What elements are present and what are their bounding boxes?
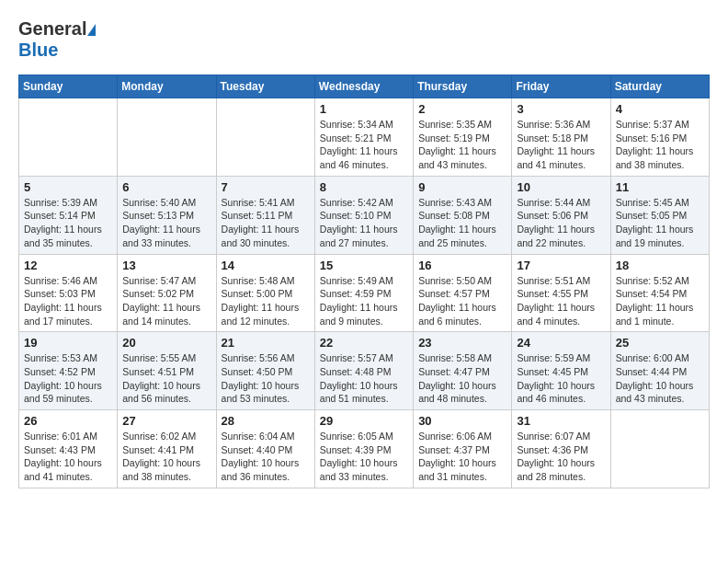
day-info: Sunrise: 5:42 AM Sunset: 5:10 PM Dayligh… xyxy=(320,196,408,250)
day-number: 13 xyxy=(122,259,210,272)
day-info: Sunrise: 5:35 AM Sunset: 5:19 PM Dayligh… xyxy=(418,118,506,172)
calendar-header-row: SundayMondayTuesdayWednesdayThursdayFrid… xyxy=(19,75,710,98)
day-number: 8 xyxy=(320,180,408,194)
day-number: 16 xyxy=(418,259,506,272)
day-info: Sunrise: 5:57 AM Sunset: 4:48 PM Dayligh… xyxy=(320,351,408,406)
day-info: Sunrise: 5:46 AM Sunset: 5:03 PM Dayligh… xyxy=(24,274,112,328)
day-number: 25 xyxy=(616,336,704,350)
day-info: Sunrise: 5:48 AM Sunset: 5:00 PM Dayligh… xyxy=(222,274,310,328)
day-info: Sunrise: 6:01 AM Sunset: 4:43 PM Dayligh… xyxy=(24,430,112,484)
day-info: Sunrise: 5:58 AM Sunset: 4:47 PM Dayligh… xyxy=(418,351,506,406)
day-number: 3 xyxy=(517,102,605,116)
calendar-cell xyxy=(610,410,709,488)
calendar-cell: 25Sunrise: 6:00 AM Sunset: 4:44 PM Dayli… xyxy=(610,332,709,410)
day-info: Sunrise: 5:47 AM Sunset: 5:02 PM Dayligh… xyxy=(122,274,210,328)
calendar-cell: 14Sunrise: 5:48 AM Sunset: 5:00 PM Dayli… xyxy=(216,254,314,332)
calendar-cell: 19Sunrise: 5:53 AM Sunset: 4:52 PM Dayli… xyxy=(19,332,118,410)
calendar-cell: 24Sunrise: 5:59 AM Sunset: 4:45 PM Dayli… xyxy=(512,332,610,410)
day-number: 4 xyxy=(616,102,704,116)
day-info: Sunrise: 5:44 AM Sunset: 5:06 PM Dayligh… xyxy=(517,196,605,250)
calendar-cell: 17Sunrise: 5:51 AM Sunset: 4:55 PM Dayli… xyxy=(512,254,610,332)
calendar-cell: 20Sunrise: 5:55 AM Sunset: 4:51 PM Dayli… xyxy=(118,332,216,410)
day-number: 17 xyxy=(517,259,605,272)
calendar-cell xyxy=(118,98,216,177)
logo-general: General xyxy=(18,18,86,40)
calendar-week-row: 1Sunrise: 5:34 AM Sunset: 5:21 PM Daylig… xyxy=(19,98,710,177)
calendar-cell: 4Sunrise: 5:37 AM Sunset: 5:16 PM Daylig… xyxy=(610,98,709,177)
day-info: Sunrise: 6:00 AM Sunset: 4:44 PM Dayligh… xyxy=(616,351,704,406)
day-number: 10 xyxy=(517,180,605,194)
day-info: Sunrise: 6:06 AM Sunset: 4:37 PM Dayligh… xyxy=(418,430,506,484)
day-number: 6 xyxy=(122,180,210,194)
day-info: Sunrise: 5:50 AM Sunset: 4:57 PM Dayligh… xyxy=(418,274,506,328)
calendar-table: SundayMondayTuesdayWednesdayThursdayFrid… xyxy=(18,75,710,488)
calendar-cell xyxy=(216,98,314,177)
day-number: 20 xyxy=(122,336,210,350)
day-number: 18 xyxy=(616,259,704,272)
day-number: 5 xyxy=(24,180,112,194)
calendar-cell: 22Sunrise: 5:57 AM Sunset: 4:48 PM Dayli… xyxy=(314,332,413,410)
day-number: 31 xyxy=(517,414,605,428)
day-header-saturday: Saturday xyxy=(610,75,709,98)
calendar-week-row: 12Sunrise: 5:46 AM Sunset: 5:03 PM Dayli… xyxy=(19,254,710,332)
calendar-cell: 29Sunrise: 6:05 AM Sunset: 4:39 PM Dayli… xyxy=(314,410,413,488)
day-info: Sunrise: 5:37 AM Sunset: 5:16 PM Dayligh… xyxy=(616,118,704,172)
day-info: Sunrise: 5:43 AM Sunset: 5:08 PM Dayligh… xyxy=(418,196,506,250)
logo: General Blue xyxy=(18,18,96,61)
day-info: Sunrise: 5:34 AM Sunset: 5:21 PM Dayligh… xyxy=(320,118,408,172)
calendar-cell: 12Sunrise: 5:46 AM Sunset: 5:03 PM Dayli… xyxy=(19,254,118,332)
day-number: 23 xyxy=(418,336,506,350)
day-header-thursday: Thursday xyxy=(414,75,512,98)
day-number: 26 xyxy=(24,414,112,428)
calendar-cell: 11Sunrise: 5:45 AM Sunset: 5:05 PM Dayli… xyxy=(610,176,709,254)
day-header-friday: Friday xyxy=(512,75,610,98)
day-number: 12 xyxy=(24,259,112,272)
calendar-cell: 1Sunrise: 5:34 AM Sunset: 5:21 PM Daylig… xyxy=(314,98,413,177)
calendar-cell: 23Sunrise: 5:58 AM Sunset: 4:47 PM Dayli… xyxy=(414,332,512,410)
calendar-cell: 6Sunrise: 5:40 AM Sunset: 5:13 PM Daylig… xyxy=(118,176,216,254)
calendar-cell: 5Sunrise: 5:39 AM Sunset: 5:14 PM Daylig… xyxy=(19,176,118,254)
calendar-cell: 15Sunrise: 5:49 AM Sunset: 4:59 PM Dayli… xyxy=(314,254,413,332)
day-info: Sunrise: 5:55 AM Sunset: 4:51 PM Dayligh… xyxy=(122,351,210,406)
day-header-monday: Monday xyxy=(118,75,216,98)
calendar-cell: 10Sunrise: 5:44 AM Sunset: 5:06 PM Dayli… xyxy=(512,176,610,254)
day-number: 19 xyxy=(24,336,112,350)
day-info: Sunrise: 6:04 AM Sunset: 4:40 PM Dayligh… xyxy=(222,430,310,484)
calendar-cell: 9Sunrise: 5:43 AM Sunset: 5:08 PM Daylig… xyxy=(414,176,512,254)
calendar-week-row: 5Sunrise: 5:39 AM Sunset: 5:14 PM Daylig… xyxy=(19,176,710,254)
day-info: Sunrise: 5:36 AM Sunset: 5:18 PM Dayligh… xyxy=(517,118,605,172)
day-info: Sunrise: 5:40 AM Sunset: 5:13 PM Dayligh… xyxy=(122,196,210,250)
day-info: Sunrise: 6:02 AM Sunset: 4:41 PM Dayligh… xyxy=(122,430,210,484)
day-number: 9 xyxy=(418,180,506,194)
day-number: 15 xyxy=(320,259,408,272)
calendar-cell: 30Sunrise: 6:06 AM Sunset: 4:37 PM Dayli… xyxy=(414,410,512,488)
day-info: Sunrise: 5:53 AM Sunset: 4:52 PM Dayligh… xyxy=(24,351,112,406)
day-info: Sunrise: 6:07 AM Sunset: 4:36 PM Dayligh… xyxy=(517,430,605,484)
day-number: 28 xyxy=(222,414,310,428)
day-number: 24 xyxy=(517,336,605,350)
calendar-cell: 16Sunrise: 5:50 AM Sunset: 4:57 PM Dayli… xyxy=(414,254,512,332)
calendar-week-row: 26Sunrise: 6:01 AM Sunset: 4:43 PM Dayli… xyxy=(19,410,710,488)
day-info: Sunrise: 5:39 AM Sunset: 5:14 PM Dayligh… xyxy=(24,196,112,250)
calendar-cell: 21Sunrise: 5:56 AM Sunset: 4:50 PM Dayli… xyxy=(216,332,314,410)
calendar-cell: 18Sunrise: 5:52 AM Sunset: 4:54 PM Dayli… xyxy=(610,254,709,332)
day-info: Sunrise: 6:05 AM Sunset: 4:39 PM Dayligh… xyxy=(320,430,408,484)
calendar-cell: 26Sunrise: 6:01 AM Sunset: 4:43 PM Dayli… xyxy=(19,410,118,488)
calendar-cell xyxy=(19,98,118,177)
day-info: Sunrise: 5:52 AM Sunset: 4:54 PM Dayligh… xyxy=(616,274,704,328)
day-number: 2 xyxy=(418,102,506,116)
calendar-cell: 8Sunrise: 5:42 AM Sunset: 5:10 PM Daylig… xyxy=(314,176,413,254)
logo-blue: Blue xyxy=(18,40,58,60)
day-number: 11 xyxy=(616,180,704,194)
day-number: 7 xyxy=(222,180,310,194)
day-number: 27 xyxy=(122,414,210,428)
day-number: 21 xyxy=(222,336,310,350)
calendar-cell: 31Sunrise: 6:07 AM Sunset: 4:36 PM Dayli… xyxy=(512,410,610,488)
day-header-sunday: Sunday xyxy=(19,75,118,98)
day-header-tuesday: Tuesday xyxy=(216,75,314,98)
day-info: Sunrise: 5:41 AM Sunset: 5:11 PM Dayligh… xyxy=(222,196,310,250)
day-number: 22 xyxy=(320,336,408,350)
day-number: 30 xyxy=(418,414,506,428)
day-info: Sunrise: 5:51 AM Sunset: 4:55 PM Dayligh… xyxy=(517,274,605,328)
day-info: Sunrise: 5:45 AM Sunset: 5:05 PM Dayligh… xyxy=(616,196,704,250)
